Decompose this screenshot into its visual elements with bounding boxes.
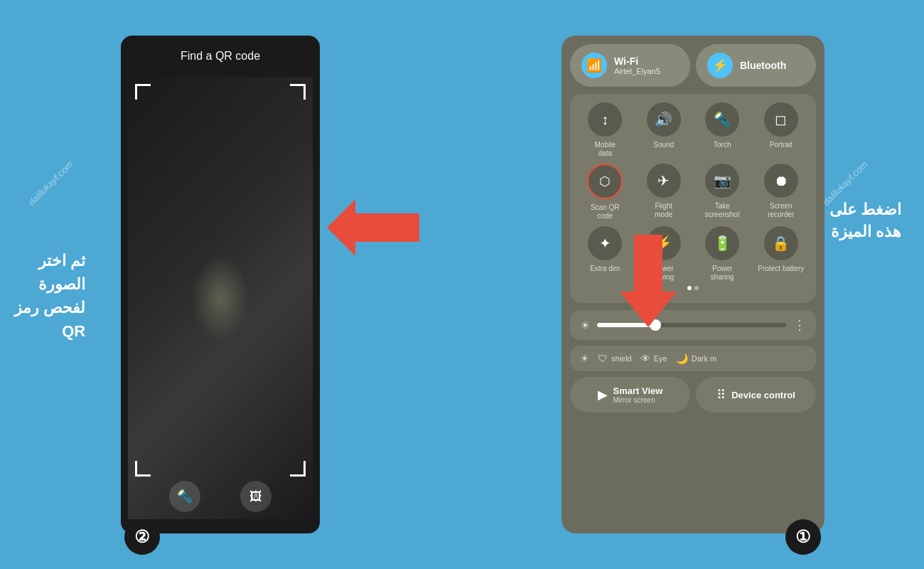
dark-mode-label: Dark m [692,354,716,363]
protect-battery-tile[interactable]: 🔒 Protect battery [755,226,808,282]
watermark-left: dalilukayf.com [26,159,75,208]
device-control-title: Device control [731,390,795,400]
portrait-icon: ◻ [764,102,798,137]
left-label-line1: ثم اختر [38,252,85,270]
corner-br [290,461,306,477]
smart-view-icon: ▶ [598,387,608,403]
brightness-row[interactable]: ☀ ⋮ [570,310,816,340]
right-instruction-label: اضغط على هذه الميزة [829,199,901,243]
screenshot-icon: 📷 [705,164,739,198]
shield-label: shield [611,354,632,363]
protect-battery-icon: 🔒 [764,226,798,260]
qs-grid-section: ↕ Mobiledata 🔊 Sound 🔦 Torch ◻ Portrait … [570,94,816,303]
left-label-line2: الصورة [38,275,85,293]
sound-tile[interactable]: 🔊 Sound [638,102,691,158]
right-label-line1: اضغط على [829,201,901,218]
gallery-icon[interactable]: 🖼 [240,481,272,512]
svg-marker-0 [327,199,419,256]
power-sharing-icon: 🔋 [705,226,739,260]
camera-view: 🔦 🖼 [128,77,313,519]
screen-recorder-tile[interactable]: ⏺ Screenrecorder [755,164,808,220]
camera-bottom-bar: 🔦 🖼 [128,481,313,512]
filter-item-dark[interactable]: 🌙 Dark m [676,353,716,364]
qs-grid-row3: ✦ Extra dim ⚡ Powersaving 🔋 Powersharing… [579,226,807,282]
sound-icon: 🔊 [647,102,681,137]
power-sharing-tile[interactable]: 🔋 Powersharing [696,226,749,282]
extra-dim-label: Extra dim [590,265,620,273]
sound-label: Sound [653,141,674,149]
left-label-line4: QR [62,322,85,340]
wifi-tile[interactable]: 📶 Wi-Fi Airtel_Elyan5 [570,44,690,87]
left-arrow [327,199,419,256]
scan-qr-icon: ⬡ [587,164,623,199]
portrait-label: Portrait [770,141,793,149]
torch-icon-left[interactable]: 🔦 [169,481,200,512]
filter-item-eye[interactable]: 👁 Eye [640,353,667,364]
torch-label: Torch [714,141,731,149]
eye-icon: 👁 [640,353,650,364]
mobile-data-label: Mobiledata [595,141,616,158]
smart-view-subtitle: Mirror screen [613,396,663,404]
filter-item-shield[interactable]: 🛡 shield [598,353,632,364]
svg-marker-1 [620,235,677,327]
top-toggles-row: 📶 Wi-Fi Airtel_Elyan5 ⚡ Bluetooth [570,44,816,87]
wifi-icon: 📶 [581,53,607,78]
screen-recorder-label: Screenrecorder [768,202,794,219]
bluetooth-icon: ⚡ [707,53,733,78]
torch-icon: 🔦 [705,102,739,137]
left-phone-panel: Find a QR code 🔦 🖼 [121,36,320,533]
bottom-buttons-row: ▶ Smart View Mirror screen ⠿ Device cont… [570,377,816,413]
wifi-subtitle: Airtel_Elyan5 [614,67,660,75]
filter-row: ☀ 🛡 shield 👁 Eye 🌙 Dark m [570,346,816,371]
camera-glow [192,255,249,341]
torch-tile[interactable]: 🔦 Torch [696,102,749,158]
circle-number-2: ② [124,519,160,555]
left-label-line3: لفحص رمز [14,299,85,317]
power-sharing-label: Powersharing [711,265,734,282]
circle-number-1: ① [785,519,821,555]
protect-battery-label: Protect battery [758,265,804,273]
flight-mode-icon: ✈ [647,164,681,198]
dot-2 [694,286,699,290]
bluetooth-label: Bluetooth [740,60,786,71]
down-arrow [620,235,677,327]
bluetooth-tile[interactable]: ⚡ Bluetooth [696,44,816,87]
mobile-data-tile[interactable]: ↕ Mobiledata [579,102,632,158]
flight-mode-label: Flightmode [655,202,672,219]
flight-mode-tile[interactable]: ✈ Flightmode [638,164,691,220]
extra-dim-icon: ✦ [588,226,622,260]
wifi-label: Wi-Fi [614,55,660,67]
eye-label: Eye [654,354,667,363]
scan-qr-tile[interactable]: ⬡ Scan QRcode [579,164,632,220]
brightness-more-icon[interactable]: ⋮ [793,317,806,333]
screen-recorder-icon: ⏺ [764,164,798,198]
corner-bl [135,461,151,477]
shield-filter-icon: 🛡 [598,353,608,364]
corner-tr [290,84,306,100]
smart-view-title: Smart View [613,385,663,396]
left-instruction-label: ثم اختر الصورة لفحص رمز QR [14,249,85,343]
device-control-icon: ⠿ [716,387,726,403]
filter-sun-icon: ☀ [580,353,589,364]
right-label-line2: هذه الميزة [831,223,901,240]
brightness-sun-icon: ☀ [580,319,590,332]
camera-title: Find a QR code [181,50,260,63]
qs-grid-row2: ⬡ Scan QRcode ✈ Flightmode 📷 Takescreens… [579,164,807,220]
page-dots [579,286,807,290]
dot-1 [687,286,692,290]
device-control-button[interactable]: ⠿ Device control [696,377,816,413]
portrait-tile[interactable]: ◻ Portrait [755,102,808,158]
corner-tl [135,84,151,100]
moon-icon: 🌙 [676,353,688,364]
filter-item-sun[interactable]: ☀ [580,353,589,364]
scan-qr-label: Scan QRcode [591,203,620,220]
screenshot-label: Takescreenshot [705,202,740,219]
smart-view-button[interactable]: ▶ Smart View Mirror screen [570,377,690,413]
qs-grid-row1: ↕ Mobiledata 🔊 Sound 🔦 Torch ◻ Portrait [579,102,807,158]
mobile-data-icon: ↕ [588,102,622,137]
screenshot-tile[interactable]: 📷 Takescreenshot [696,164,749,220]
quick-settings-panel: 📶 Wi-Fi Airtel_Elyan5 ⚡ Bluetooth ↕ Mobi… [562,36,824,533]
